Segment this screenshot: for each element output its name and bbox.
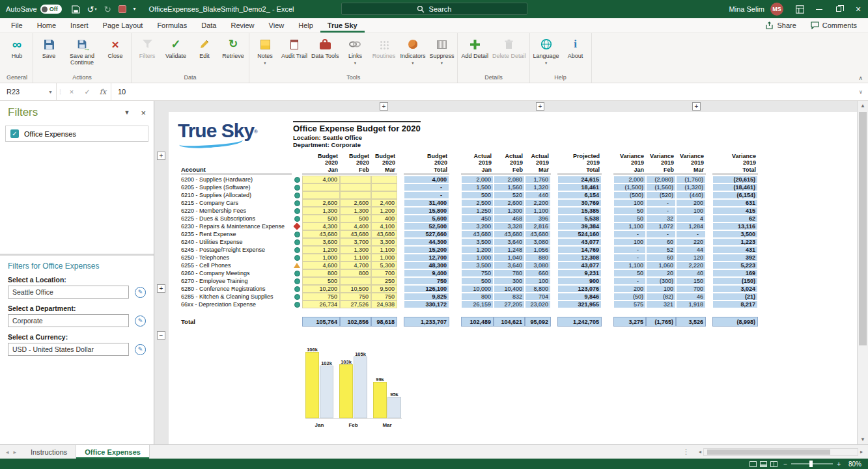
data-cell[interactable]: - (676, 230, 706, 238)
data-cell[interactable]: 330,172 (404, 301, 449, 308)
ribbon-button-save-and-continue[interactable]: →Save and Continue (63, 34, 101, 73)
pane-close-icon[interactable]: × (141, 108, 146, 118)
account-cell[interactable]: 6200 - Supplies (Hardware) (181, 176, 292, 183)
data-cell[interactable]: 1,000 (461, 254, 494, 261)
data-cell[interactable]: (50) (613, 293, 646, 301)
data-cell[interactable]: 150 (676, 277, 706, 285)
data-cell[interactable]: - (646, 199, 676, 207)
ribbon-button-about[interactable]: iAbout (561, 34, 590, 73)
data-cell[interactable]: 169 (712, 269, 758, 277)
total-cell[interactable]: 104,621 (494, 317, 525, 327)
ribbon-tab-help[interactable]: Help (291, 18, 320, 33)
save-icon[interactable] (72, 5, 80, 14)
data-cell[interactable]: 10,500 (340, 285, 371, 293)
data-cell[interactable]: 52,500 (404, 222, 449, 230)
search-box[interactable]: Search (341, 3, 527, 15)
data-cell[interactable]: 100 (613, 199, 646, 207)
data-cell[interactable]: 2,220 (676, 261, 706, 269)
data-cell[interactable]: 440 (525, 191, 551, 199)
data-cell[interactable]: 23,020 (525, 301, 551, 308)
data-cell[interactable] (302, 191, 340, 199)
ribbon-button-save[interactable]: Save (35, 34, 63, 73)
name-box-caret-icon[interactable]: ▼ (48, 90, 53, 94)
data-cell[interactable]: 43,077 (557, 261, 602, 269)
data-cell[interactable]: 200 (676, 199, 706, 207)
data-cell[interactable]: 2,600 (340, 199, 371, 207)
total-cell[interactable]: (1,765) (646, 317, 676, 327)
data-cell[interactable]: 3,500 (461, 238, 494, 246)
data-cell[interactable]: 396 (525, 215, 551, 222)
data-cell[interactable]: 800 (302, 269, 340, 277)
data-cell[interactable]: 1,560 (494, 183, 525, 191)
data-cell[interactable]: 50 (613, 207, 646, 215)
zoom-out-icon[interactable]: − (783, 461, 787, 468)
data-cell[interactable]: 52 (646, 246, 676, 254)
data-cell[interactable]: 1,200 (371, 207, 397, 215)
data-cell[interactable]: 20 (646, 269, 676, 277)
ribbon-button-data-tools[interactable]: Data Tools (309, 34, 341, 73)
data-cell[interactable]: 15,385 (557, 207, 602, 215)
total-cell[interactable]: 102,856 (340, 317, 371, 327)
share-button[interactable]: Share (758, 21, 803, 29)
data-cell[interactable]: 1,100 (525, 207, 551, 215)
filter-field-value[interactable]: Seattle Office (8, 286, 129, 299)
data-cell[interactable]: 468 (494, 215, 525, 222)
data-cell[interactable]: 527,660 (404, 230, 449, 238)
account-cell[interactable]: 6210 - Supplies (Allocated) (181, 191, 292, 199)
data-cell[interactable]: 4,100 (371, 222, 397, 230)
data-cell[interactable]: 3,080 (525, 238, 551, 246)
edit-filter-icon[interactable]: ✎ (135, 315, 146, 327)
data-cell[interactable]: 43,680 (302, 230, 340, 238)
data-cell[interactable]: 43,680 (340, 230, 371, 238)
zoom-level[interactable]: 80% (845, 461, 861, 468)
edit-filter-icon[interactable]: ✎ (135, 287, 146, 298)
data-cell[interactable]: 220 (676, 238, 706, 246)
data-cell[interactable]: 750 (302, 293, 340, 301)
data-cell[interactable]: 3,700 (340, 238, 371, 246)
data-cell[interactable]: 2,000 (613, 176, 646, 183)
ribbon-tab-insert[interactable]: Insert (63, 18, 96, 33)
data-cell[interactable]: 1,100 (340, 254, 371, 261)
data-cell[interactable]: 750 (404, 277, 449, 285)
account-cell[interactable]: 6205 - Supplies (Software) (181, 183, 292, 191)
account-cell[interactable]: 6260 - Company Meetings (181, 269, 292, 277)
data-cell[interactable]: 780 (494, 269, 525, 277)
data-cell[interactable]: 250 (371, 277, 397, 285)
restore-button[interactable] (829, 0, 848, 18)
data-cell[interactable]: 1,300 (302, 207, 340, 215)
data-cell[interactable]: (18,461) (712, 183, 758, 191)
account-cell[interactable]: 6240 - Utilities Expense (181, 238, 292, 246)
ribbon-tab-true-sky[interactable]: True Sky (320, 18, 365, 33)
close-button[interactable]: × (848, 0, 868, 18)
ribbon-tab-review[interactable]: Review (223, 18, 261, 33)
data-cell[interactable]: 13,116 (712, 222, 758, 230)
account-cell[interactable]: 6245 - Postage/Freight Expense (181, 246, 292, 254)
data-cell[interactable]: 24,615 (557, 176, 602, 183)
data-cell[interactable]: 9,231 (557, 269, 602, 277)
data-cell[interactable]: 126,100 (404, 285, 449, 293)
data-cell[interactable]: 6,154 (557, 191, 602, 199)
data-cell[interactable]: 750 (340, 293, 371, 301)
data-cell[interactable]: (440) (676, 191, 706, 199)
ribbon-button-close[interactable]: ×Close (101, 34, 130, 73)
data-cell[interactable]: 700 (371, 269, 397, 277)
data-cell[interactable]: 100 (613, 238, 646, 246)
ribbon-button-hub[interactable]: ∞Hub (3, 34, 31, 73)
ribbon-button-links[interactable]: Links▾ (341, 34, 369, 73)
ribbon-button-audit-trail[interactable]: Audit Trail (279, 34, 309, 73)
budget-vs-actual-chart[interactable]: 106k102k103k105k99k95k JanFebMar (303, 346, 404, 428)
account-cell[interactable]: 6270 - Employee Training (181, 277, 292, 285)
data-cell[interactable]: 392 (712, 254, 758, 261)
minimize-button[interactable] (809, 0, 829, 18)
data-cell[interactable]: 46 (676, 293, 706, 301)
sheet-nav-left-icon[interactable]: ◂ (6, 449, 9, 455)
comments-button[interactable]: Comments (804, 21, 864, 29)
data-cell[interactable]: 500 (302, 277, 340, 285)
data-cell[interactable]: 123,076 (557, 285, 602, 293)
ribbon-button-add-detail[interactable]: Add Detail (459, 34, 490, 73)
account-cell[interactable]: 6220 - Membership Fees (181, 207, 292, 215)
data-cell[interactable]: 415 (712, 207, 758, 215)
data-cell[interactable]: 9,500 (371, 285, 397, 293)
account-cell[interactable]: 6250 - Telephones (181, 254, 292, 261)
data-cell[interactable]: 704 (525, 293, 551, 301)
